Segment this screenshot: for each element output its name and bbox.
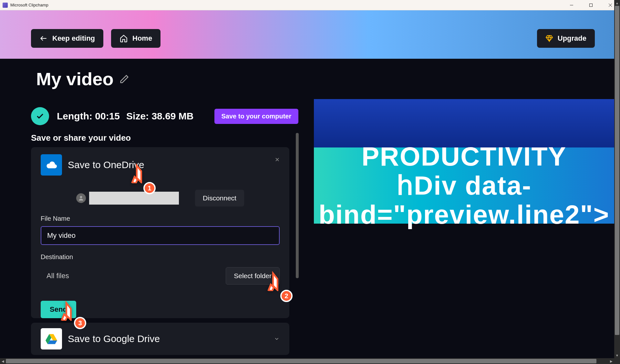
disconnect-button[interactable]: Disconnect xyxy=(195,190,244,207)
export-info-text: Length: 00:15 Size: 38.69 MB xyxy=(57,111,194,122)
edit-title-icon[interactable] xyxy=(119,74,129,84)
horizontal-scrollbar[interactable]: ◀ ▶ xyxy=(0,358,614,364)
content: Keep editing Home Upgrade My video Lengt… xyxy=(0,10,614,358)
video-title-row: My video xyxy=(36,68,129,89)
google-drive-card[interactable]: Save to Google Drive xyxy=(31,323,289,355)
vertical-scrollbar[interactable]: ▲ ▼ xyxy=(614,0,620,358)
window-controls xyxy=(562,0,620,10)
save-to-computer-button[interactable]: Save to your computer xyxy=(214,109,299,124)
onedrive-card: Save to OneDrive ✕ Disconnect File Name … xyxy=(31,147,289,318)
upgrade-button[interactable]: Upgrade xyxy=(537,29,595,48)
preview-band-middle: PRODUCTIVITY հDiv data-bind="preview.lin… xyxy=(314,147,614,224)
svg-point-5 xyxy=(80,196,82,198)
google-drive-title: Save to Google Drive xyxy=(68,333,160,344)
google-drive-icon xyxy=(41,328,62,349)
arrow-left-icon xyxy=(39,34,48,43)
destination-label: Destination xyxy=(41,253,280,261)
onedrive-icon xyxy=(41,154,62,176)
top-nav-row: Keep editing Home Upgrade xyxy=(31,29,595,48)
viewport: Keep editing Home Upgrade My video Lengt… xyxy=(0,10,620,364)
filename-label: File Name xyxy=(41,215,280,222)
export-info-row: Length: 00:15 Size: 38.69 MB Save to you… xyxy=(31,107,298,125)
scroll-down-icon[interactable]: ▼ xyxy=(614,352,620,358)
video-preview: PRODUCTIVITY հDiv data-bind="preview.lin… xyxy=(314,99,614,272)
panel-scrollbar[interactable] xyxy=(296,133,299,278)
diamond-icon xyxy=(545,35,553,42)
home-button[interactable]: Home xyxy=(111,29,160,48)
onedrive-close-icon[interactable]: ✕ xyxy=(275,156,280,163)
minimize-button[interactable] xyxy=(562,0,581,10)
app-icon xyxy=(3,3,8,8)
onedrive-title: Save to OneDrive xyxy=(68,159,144,170)
home-label: Home xyxy=(132,34,152,43)
destination-value: All files xyxy=(41,272,69,280)
account-avatar-icon xyxy=(76,193,86,203)
svg-rect-1 xyxy=(590,4,593,6)
chevron-down-icon xyxy=(274,336,280,342)
onedrive-account-row: Disconnect xyxy=(41,190,280,207)
send-button[interactable]: Send xyxy=(41,301,76,318)
scroll-right-icon[interactable]: ▶ xyxy=(608,358,614,364)
account-name-redacted xyxy=(89,192,179,205)
preview-band-top xyxy=(314,99,614,147)
home-icon xyxy=(119,34,128,43)
upgrade-label: Upgrade xyxy=(558,34,586,43)
scroll-left-icon[interactable]: ◀ xyxy=(0,358,6,364)
scroll-corner xyxy=(614,358,620,364)
destination-row: All files Select folder xyxy=(41,267,280,285)
keep-editing-button[interactable]: Keep editing xyxy=(31,29,103,48)
maximize-button[interactable] xyxy=(581,0,601,10)
select-folder-button[interactable]: Select folder xyxy=(226,267,280,285)
onedrive-card-header: Save to OneDrive ✕ xyxy=(41,154,280,176)
keep-editing-label: Keep editing xyxy=(52,34,95,43)
export-complete-icon xyxy=(31,107,49,125)
save-share-heading: Save or share your video xyxy=(31,133,131,143)
titlebar: Microsoft Clipchamp xyxy=(0,0,620,10)
app-title: Microsoft Clipchamp xyxy=(10,3,48,7)
filename-input[interactable] xyxy=(41,226,280,245)
video-title: My video xyxy=(36,68,114,89)
preview-text: PRODUCTIVITY հDiv data-bind="preview.lin… xyxy=(314,142,614,229)
scroll-up-icon[interactable]: ▲ xyxy=(614,0,620,6)
